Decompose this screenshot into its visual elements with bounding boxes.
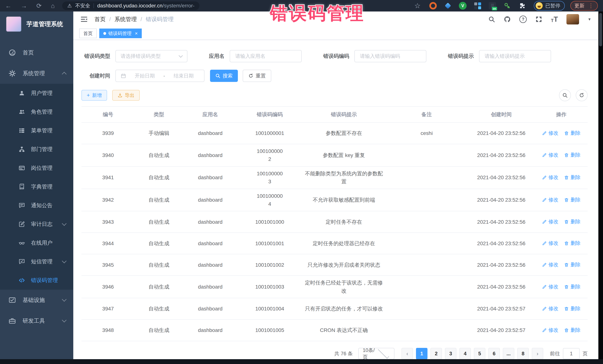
sidebar-item[interactable]: 基础设施: [0, 290, 73, 310]
hamburger-icon[interactable]: [80, 16, 88, 23]
delete-link[interactable]: 删除: [564, 261, 580, 269]
sidebar-item[interactable]: 短信管理: [0, 252, 73, 271]
page-button[interactable]: 3: [445, 348, 456, 359]
next-page-button[interactable]: ›: [532, 348, 543, 359]
tab-item[interactable]: 首页: [79, 29, 97, 38]
edit-link[interactable]: 修改: [542, 283, 558, 291]
sidebar-item[interactable]: 系统管理: [0, 63, 73, 84]
page-button[interactable]: 2: [430, 348, 442, 359]
table-row: 3947自动生成dashboard1001001004只有开启状态的任务，才可以…: [81, 298, 588, 320]
delete-link[interactable]: 删除: [564, 240, 580, 247]
page-button[interactable]: 4: [459, 348, 471, 359]
edit-link[interactable]: 修改: [542, 326, 558, 334]
fullscreen-icon[interactable]: [535, 16, 542, 23]
prev-page-button[interactable]: ‹: [402, 348, 413, 359]
reset-button[interactable]: 重置: [243, 70, 271, 82]
error-hint-input[interactable]: [484, 53, 546, 59]
reload-icon[interactable]: ⟳: [36, 3, 42, 9]
page-button[interactable]: 6: [488, 348, 500, 359]
row-type: 手动编辑: [135, 126, 183, 140]
back-icon[interactable]: ←: [5, 3, 12, 9]
home-icon[interactable]: ⌂: [51, 3, 55, 9]
delete-link[interactable]: 删除: [564, 174, 580, 181]
export-button[interactable]: 导出: [112, 90, 140, 101]
add-button[interactable]: + 新增: [81, 90, 107, 101]
avatar-caret-icon[interactable]: ▼: [588, 17, 591, 22]
help-icon[interactable]: ?: [519, 16, 527, 23]
delete-link[interactable]: 删除: [564, 218, 580, 226]
row-memo: [385, 175, 468, 180]
sidebar-item[interactable]: 首页: [0, 42, 73, 63]
refresh-table-button[interactable]: [576, 89, 588, 101]
sidebar-item[interactable]: 错误码管理: [0, 271, 73, 290]
forward-icon[interactable]: →: [21, 3, 27, 9]
green-v-extension-icon[interactable]: V: [459, 2, 467, 10]
row-id: 3940: [81, 148, 135, 162]
browser-menu-icon[interactable]: ⋮: [588, 3, 594, 9]
breadcrumb-item[interactable]: 系统管理: [115, 16, 137, 23]
delete-link[interactable]: 删除: [564, 151, 580, 159]
edit-link[interactable]: 修改: [542, 261, 558, 269]
tab-active[interactable]: 错误码管理×: [99, 29, 142, 38]
error-code-input[interactable]: [359, 53, 421, 59]
edit-link[interactable]: 修改: [542, 174, 558, 181]
sidebar-item[interactable]: 审计日志: [0, 215, 73, 233]
window-scrollbar[interactable]: [598, 11, 603, 359]
error-type-select[interactable]: 请选择错误码类型: [116, 50, 187, 62]
blue-gem-extension-icon[interactable]: [444, 2, 452, 10]
sidebar-item[interactable]: 菜单管理: [0, 121, 73, 140]
sidebar-item[interactable]: 字典管理: [0, 177, 73, 196]
user-avatar[interactable]: [567, 14, 579, 24]
sidebar-item[interactable]: 研发工具: [0, 310, 73, 331]
delete-link[interactable]: 删除: [564, 326, 580, 334]
grid-extension-icon[interactable]: [474, 2, 481, 10]
breadcrumb: 首页/系统管理/错误码管理: [94, 16, 174, 23]
edit-link[interactable]: 修改: [542, 305, 558, 313]
sidebar-item[interactable]: 部门管理: [0, 140, 73, 159]
breadcrumb-item[interactable]: 首页: [94, 16, 105, 23]
date-range-picker[interactable]: 开始日期 - 结束日期: [116, 70, 204, 82]
scrollbar-thumb[interactable]: [599, 13, 602, 46]
delete-link[interactable]: 删除: [564, 196, 580, 204]
sidebar-item[interactable]: 角色管理: [0, 102, 73, 121]
table-header-row: 编号类型应用名错误码编码错误码提示备注创建时间操作: [81, 107, 588, 123]
font-size-icon[interactable]: TT: [551, 16, 558, 22]
close-tab-icon[interactable]: ×: [135, 31, 138, 36]
page-button[interactable]: 1: [416, 348, 428, 359]
page-size-select[interactable]: 10条/页: [358, 348, 394, 359]
delete-link[interactable]: 删除: [564, 283, 580, 291]
app-name-input[interactable]: [235, 53, 297, 59]
header-icons: ? TT ▼: [488, 14, 591, 24]
dark-on-extension-icon[interactable]: ☰on: [488, 2, 496, 10]
sidebar-logo-row[interactable]: 芋道管理系统: [0, 11, 73, 36]
more-pages-button[interactable]: ...: [503, 348, 514, 359]
puzzle-extension-icon[interactable]: [518, 2, 526, 10]
github-icon[interactable]: [504, 16, 511, 23]
edit-link[interactable]: 修改: [542, 151, 558, 159]
address-bar[interactable]: ⚠ 不安全 dashboard.yudao.iocoder.cn/system/…: [62, 1, 199, 10]
row-create-time: 2021-04-20 23:52:56: [468, 148, 535, 162]
search-button[interactable]: 搜索: [210, 70, 238, 82]
green-key-extension-icon[interactable]: [503, 2, 511, 10]
show-search-toggle-button[interactable]: [559, 89, 571, 101]
delete-link[interactable]: 删除: [564, 305, 580, 313]
sidebar-item[interactable]: 岗位管理: [0, 159, 73, 177]
page-button[interactable]: 5: [474, 348, 485, 359]
url-text: dashboard.yudao.iocoder.cn/system/error-…: [97, 3, 194, 9]
edit-link[interactable]: 修改: [542, 129, 558, 137]
table-row: 3946自动生成dashboard1001001003定时任务已经处于该状态，无…: [81, 276, 588, 298]
sidebar-item[interactable]: 用户管理: [0, 84, 73, 102]
search-icon[interactable]: [488, 16, 495, 23]
edit-link[interactable]: 修改: [542, 196, 558, 204]
orange-ring-extension-icon[interactable]: [429, 2, 437, 10]
page-button[interactable]: 8: [517, 348, 529, 359]
edit-link[interactable]: 修改: [542, 218, 558, 226]
delete-link[interactable]: 删除: [564, 129, 580, 137]
sidebar-item[interactable]: 在线用户: [0, 233, 73, 252]
goto-page-input[interactable]: [563, 348, 580, 359]
edit-link[interactable]: 修改: [542, 240, 558, 247]
browser-update-button[interactable]: 更新 ⋮: [570, 1, 598, 11]
browser-profile-pill[interactable]: 已暂停: [534, 1, 565, 11]
sidebar-item[interactable]: 通知公告: [0, 196, 73, 215]
bookmark-star-icon[interactable]: ☆: [414, 2, 421, 10]
